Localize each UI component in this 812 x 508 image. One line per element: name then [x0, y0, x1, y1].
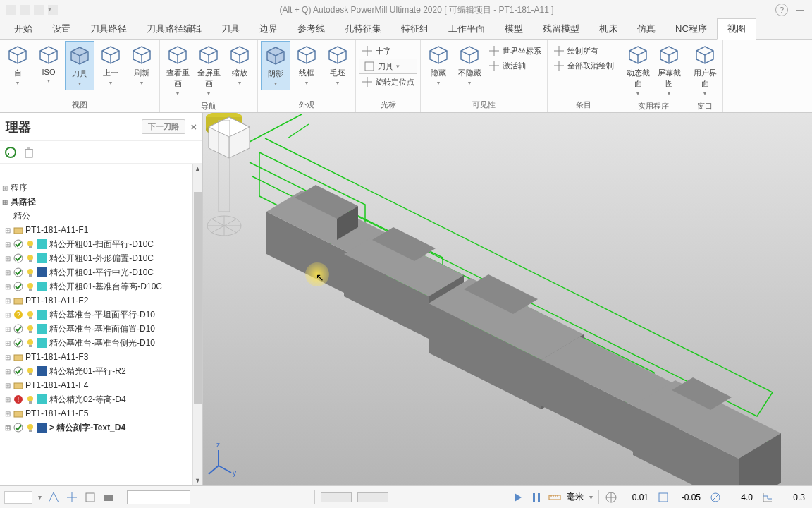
ribbon-btn-上一[interactable]: 上一▾	[96, 41, 125, 89]
qat-icon[interactable]	[20, 5, 30, 15]
ruler-icon[interactable]	[548, 491, 561, 504]
tab-9[interactable]: 工作平面	[438, 19, 495, 39]
ribbon-btn-不隐藏[interactable]: 不隐藏▾	[455, 41, 484, 89]
scroll-up-icon[interactable]: ▲	[193, 164, 202, 174]
tree-node[interactable]: ⊞精公基准台-基准面偏置-D10	[0, 322, 202, 336]
tab-8[interactable]: 特征组	[391, 19, 438, 39]
tree-node[interactable]: ⊞具路径	[0, 195, 202, 209]
expand-icon[interactable]: ⊞	[4, 339, 11, 347]
tree-node[interactable]: ⊞PT1-181-A11-F4	[0, 378, 202, 392]
tree-node[interactable]: ⊞精公开粗01-外形偏置-D10C	[0, 251, 202, 265]
ribbon-btn-全部取消绘制[interactable]: 全部取消绘制	[550, 59, 617, 73]
tab-11[interactable]: 残留模型	[533, 19, 589, 39]
expand-icon[interactable]: ⊞	[4, 297, 11, 305]
tree-node[interactable]: ⊞PT1-181-A11-F5	[0, 406, 202, 421]
lightbulb-icon[interactable]	[25, 366, 35, 376]
tab-4[interactable]: 刀具	[211, 19, 250, 39]
expand-icon[interactable]: ⊞	[4, 325, 11, 333]
recycle-icon[interactable]	[4, 146, 17, 159]
tab-3[interactable]: 刀具路径编辑	[137, 19, 211, 39]
tree-node[interactable]: ⊞精公开粗01-平行中光-D10C	[0, 265, 202, 279]
expand-icon[interactable]: ⊞	[1, 184, 8, 192]
tab-14[interactable]: NC程序	[665, 19, 717, 39]
check-icon[interactable]	[13, 423, 23, 433]
lightbulb-icon[interactable]	[25, 423, 35, 433]
tree-node[interactable]	[0, 167, 202, 181]
check-icon[interactable]	[13, 253, 23, 263]
pause-icon[interactable]	[530, 491, 543, 504]
expand-icon[interactable]: ⊞	[4, 353, 11, 361]
tab-10[interactable]: 模型	[495, 19, 533, 39]
expand-icon[interactable]: ⊞	[4, 311, 11, 319]
sb-slider[interactable]	[321, 492, 352, 502]
qat-icon[interactable]	[6, 5, 16, 15]
ribbon-btn-绘制所有[interactable]: 绘制所有	[550, 44, 617, 58]
close-icon[interactable]: ×	[191, 121, 197, 133]
sb-slider[interactable]	[357, 492, 388, 502]
tree-node[interactable]: ⊞PT1-181-A11-F2	[0, 294, 202, 308]
tab-15[interactable]: 视图	[717, 18, 756, 40]
expand-icon[interactable]: ⊞	[4, 226, 11, 234]
tree-view[interactable]: ⊞程序⊞具路径精公⊞PT1-181-A11-F1⊞精公开粗01-扫面平行-D10…	[0, 164, 202, 485]
next-toolpath-pill[interactable]: 下一刀路	[142, 119, 185, 134]
check-icon[interactable]	[13, 239, 23, 249]
lightbulb-icon[interactable]	[25, 338, 35, 348]
expand-icon[interactable]: ⊞	[1, 198, 8, 206]
tree-node[interactable]: 精公	[0, 209, 202, 223]
lightbulb-icon[interactable]	[25, 267, 35, 277]
ribbon-btn-隐藏[interactable]: 隐藏▾	[424, 41, 453, 89]
check-icon[interactable]	[13, 267, 23, 277]
expand-icon[interactable]: ⊞	[4, 283, 11, 291]
ribbon-btn-旋转定位点[interactable]: 旋转定位点	[359, 75, 417, 89]
ribbon-btn-刀具[interactable]: 刀具 ▾	[359, 59, 417, 74]
qat-icon[interactable]	[34, 5, 44, 15]
scrollbar[interactable]: ▲ ▼	[192, 164, 202, 485]
tree-node[interactable]: ⊞精公开粗01-扫面平行-D10C	[0, 237, 202, 251]
tab-12[interactable]: 机床	[589, 19, 627, 39]
ribbon-btn-用户界面[interactable]: 用户界面▾	[690, 41, 720, 99]
ribbon-btn-激活轴[interactable]: 激活轴	[486, 59, 544, 73]
sb-dropdown[interactable]	[4, 491, 32, 504]
ribbon-btn-线框[interactable]: 线框▾	[292, 41, 321, 89]
ribbon-btn-阴影[interactable]: 阴影▾	[261, 41, 290, 90]
help-icon[interactable]: ?	[775, 4, 788, 16]
ribbon-btn-刷新[interactable]: 刷新▾	[127, 41, 156, 89]
check-icon[interactable]	[13, 282, 23, 291]
ribbon-btn-屏幕截图[interactable]: 屏幕截图▾	[654, 41, 684, 99]
expand-icon[interactable]: ⊞	[4, 410, 11, 418]
ribbon-btn-十字[interactable]: 十字	[359, 44, 417, 58]
ribbon-btn-ISO[interactable]: ISO▾	[34, 41, 63, 87]
tab-7[interactable]: 孔特征集	[335, 19, 391, 39]
ribbon-btn-毛坯[interactable]: 毛坯▾	[323, 41, 352, 89]
lightbulb-icon[interactable]	[25, 324, 35, 334]
tree-node[interactable]: ⊞> 精公刻字-Text_D4	[0, 421, 202, 435]
trash-icon[interactable]	[23, 146, 35, 159]
sb-input[interactable]	[127, 490, 190, 504]
tree-node[interactable]: ⊞程序	[0, 181, 202, 195]
sb-icon[interactable]	[84, 491, 97, 504]
expand-icon[interactable]: ⊞	[4, 424, 11, 432]
tab-13[interactable]: 仿真	[627, 19, 665, 39]
expand-icon[interactable]: ⊞	[4, 396, 11, 404]
tree-node[interactable]: ⊞PT1-181-A11-F1	[0, 223, 202, 237]
check-icon[interactable]	[13, 366, 23, 376]
ribbon-btn-查看重画[interactable]: 查看重画▾	[163, 41, 192, 99]
check-icon[interactable]	[13, 338, 23, 348]
tree-node[interactable]: ⊞!精公精光02-等高-D4	[0, 392, 202, 406]
ribbon-btn-刀具[interactable]: 刀具▾	[65, 41, 94, 90]
sb-icon[interactable]	[66, 491, 78, 504]
play-icon[interactable]	[512, 491, 524, 504]
tree-node[interactable]: ⊞精公开粗01-基准台等高-D10C	[0, 279, 202, 294]
viewport-3d[interactable]: z y ↖	[203, 113, 812, 485]
sb-icon[interactable]	[47, 491, 60, 504]
tab-2[interactable]: 刀具路径	[80, 19, 137, 39]
scroll-down-icon[interactable]: ▼	[193, 476, 202, 485]
expand-icon[interactable]: ⊞	[4, 255, 11, 262]
ribbon-btn-动态截面[interactable]: 动态截面▾	[623, 41, 653, 99]
lightbulb-icon[interactable]	[25, 394, 35, 404]
expand-icon[interactable]: ⊞	[4, 241, 11, 248]
ribbon-btn-全屏重画[interactable]: 全屏重画▾	[194, 41, 223, 99]
check-icon[interactable]	[13, 324, 23, 334]
tree-node[interactable]: ⊞精公基准台-基准台侧光-D10	[0, 336, 202, 350]
qat-dropdown-icon[interactable]: ▾	[48, 5, 58, 15]
